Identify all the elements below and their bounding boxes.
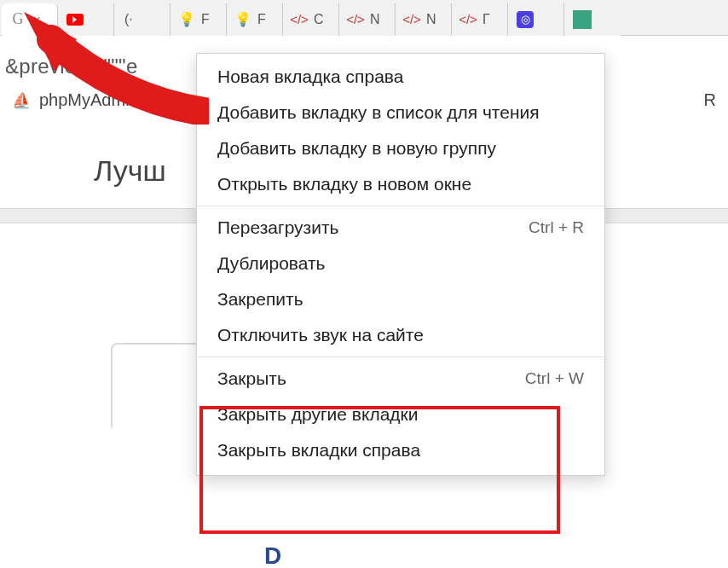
square-icon [573,10,592,29]
menu-open-new-window[interactable]: Открыть вкладку в новом окне [197,166,604,202]
tab-tools-1[interactable]: </> C [283,3,339,36]
phpmyadmin-icon: ⛵ [12,91,31,110]
menu-separator [197,356,604,357]
tab-extension[interactable]: ◎ [508,3,564,36]
menu-label: Перезагрузить [217,217,339,238]
tab-label: Г [482,12,490,27]
menu-label: Открыть вкладку в новом окне [217,174,471,194]
menu-label: Добавить вкладку в список для чтения [217,102,540,123]
menu-new-tab-right[interactable]: Новая вкладка справа [197,59,604,95]
tab-close-icon[interactable]: × [31,13,43,26]
tab-label: F [201,12,210,27]
menu-shortcut: Ctrl + R [529,218,584,237]
menu-label: Закрыть [217,368,286,389]
bookmark-label: phpMyAdmin [39,90,139,110]
tab-strip: G × (· 💡 F 💡 F </> C </> N </> N </> Г ◎ [0,0,728,36]
menu-close-others[interactable]: Закрыть другие вкладки [197,397,604,432]
menu-pin[interactable]: Закрепить [197,281,604,317]
tab-label: N [426,12,436,27]
tab-bulb-1[interactable]: 💡 F [170,3,227,36]
menu-reload[interactable]: Перезагрузить Ctrl + R [197,210,604,246]
tab-tools-2[interactable]: </> N [339,3,396,36]
menu-separator [197,206,604,206]
tab-context-menu: Новая вкладка справа Добавить вкладку в … [196,53,605,476]
menu-shortcut: Ctrl + W [525,369,584,388]
tools-icon: </> [292,12,307,27]
bookmark-phpmyadmin[interactable]: ⛵ phpMyAdmin [12,90,139,110]
tab-tools-3[interactable]: </> N [396,3,452,36]
youtube-icon [66,14,84,26]
menu-label: Новая вкладка справа [217,67,403,87]
menu-label: Отключить звук на сайте [217,325,424,345]
menu-add-to-group[interactable]: Добавить вкладку в новую группу [197,130,604,166]
menu-close[interactable]: Закрыть Ctrl + W [197,361,604,397]
menu-mute-site[interactable]: Отключить звук на сайте [197,317,604,353]
tab-label: C [314,12,324,27]
tab-label: (· [124,12,133,27]
tab-square[interactable] [564,3,621,36]
tab-label: N [370,12,380,27]
bulb-icon: 💡 [179,12,194,27]
tab-generic[interactable]: (· [114,3,170,36]
menu-close-right[interactable]: Закрыть вкладки справа [197,432,604,468]
tools-icon: </> [460,12,476,27]
menu-label: Дублировать [217,253,326,274]
extension-icon: ◎ [517,11,534,28]
bookmark-right-fragment[interactable]: R [704,90,716,110]
tab-active[interactable]: G × [2,3,58,36]
tools-icon: </> [348,12,363,27]
page-bottom-fragment: D [264,542,282,568]
menu-add-reading-list[interactable]: Добавить вкладку в список для чтения [197,95,604,130]
tab-favicon-g: G [10,12,26,27]
menu-label: Закрыть вкладки справа [217,440,420,461]
menu-label: Закрыть другие вкладки [217,404,419,425]
menu-label: Добавить вкладку в новую группу [217,138,496,159]
tab-youtube[interactable] [58,3,114,36]
menu-duplicate[interactable]: Дублировать [197,246,604,281]
tab-label: F [257,12,266,27]
tab-bulb-2[interactable]: 💡 F [227,3,283,36]
tools-icon: </> [404,12,419,27]
bulb-icon: 💡 [235,12,251,27]
tab-tools-4[interactable]: </> Г [452,3,508,36]
menu-label: Закрепить [217,289,303,310]
